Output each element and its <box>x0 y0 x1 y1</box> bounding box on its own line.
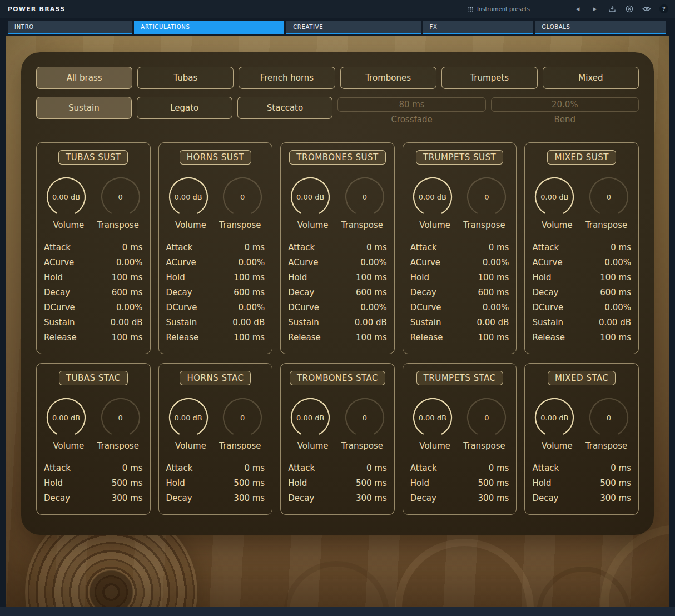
param-sustain[interactable]: Sustain0.00 dB <box>44 315 143 330</box>
param-decay[interactable]: Decay600 ms <box>532 285 631 300</box>
crossfade-slider[interactable]: 80 ms <box>338 97 485 112</box>
volume-knob[interactable]: 0.00 dB <box>167 396 210 439</box>
volume-knob[interactable]: 0.00 dB <box>289 396 331 439</box>
ensemble-tubas-button[interactable]: Tubas <box>137 67 234 89</box>
transpose-knob[interactable]: 0 <box>465 176 508 218</box>
param-name: Decay <box>410 285 436 300</box>
transpose-knob[interactable]: 0 <box>344 396 386 439</box>
bend-slider[interactable]: 20.0% <box>491 97 639 112</box>
ensemble-mixed-button[interactable]: Mixed <box>543 67 639 89</box>
param-value: 600 ms <box>234 285 265 300</box>
param-hold[interactable]: Hold100 ms <box>44 270 143 285</box>
eye-icon[interactable] <box>642 4 651 13</box>
param-attack[interactable]: Attack0 ms <box>44 461 143 476</box>
param-attack[interactable]: Attack0 ms <box>44 240 143 255</box>
transpose-knob[interactable]: 0 <box>344 176 386 218</box>
volume-knob[interactable]: 0.00 dB <box>411 176 454 218</box>
articulation-legato-button[interactable]: Legato <box>137 97 232 119</box>
knob-value: 0 <box>588 176 630 218</box>
param-attack[interactable]: Attack0 ms <box>166 461 265 476</box>
param-dcurve[interactable]: DCurve0.00% <box>410 300 509 315</box>
param-dcurve[interactable]: DCurve0.00% <box>288 300 387 315</box>
transpose-knob[interactable]: 0 <box>588 396 630 439</box>
param-hold[interactable]: Hold500 ms <box>44 476 143 491</box>
param-attack[interactable]: Attack0 ms <box>288 240 387 255</box>
knob-value: 0.00 dB <box>167 176 210 218</box>
param-hold[interactable]: Hold100 ms <box>410 270 509 285</box>
param-decay[interactable]: Decay300 ms <box>288 491 387 506</box>
param-dcurve[interactable]: DCurve0.00% <box>166 300 265 315</box>
param-attack[interactable]: Attack0 ms <box>410 240 509 255</box>
articulation-staccato-button[interactable]: Staccato <box>237 97 333 119</box>
param-release[interactable]: Release100 ms <box>410 330 509 345</box>
param-hold[interactable]: Hold100 ms <box>166 270 265 285</box>
ensemble-french-horns-button[interactable]: French horns <box>239 67 335 89</box>
volume-knob[interactable]: 0.00 dB <box>289 176 331 218</box>
param-hold[interactable]: Hold500 ms <box>166 476 265 491</box>
preset-next-icon[interactable]: ▶ <box>590 4 599 13</box>
param-release[interactable]: Release100 ms <box>288 330 387 345</box>
param-decay[interactable]: Decay300 ms <box>532 491 631 506</box>
instrument-presets-button[interactable]: Instrument presets <box>468 6 530 12</box>
ensemble-trumpets-button[interactable]: Trumpets <box>441 67 538 89</box>
articulation-sustain-button[interactable]: Sustain <box>36 97 132 119</box>
volume-knob[interactable]: 0.00 dB <box>45 176 87 218</box>
transpose-knob[interactable]: 0 <box>100 176 142 218</box>
param-acurve[interactable]: ACurve0.00% <box>44 255 143 270</box>
ensemble-all-brass-button[interactable]: All brass <box>36 67 132 89</box>
param-release[interactable]: Release100 ms <box>532 330 631 345</box>
tab-creative[interactable]: CREATIVE <box>286 21 420 34</box>
volume-knob[interactable]: 0.00 dB <box>533 396 575 439</box>
param-value: 100 ms <box>478 330 509 345</box>
transpose-knob[interactable]: 0 <box>588 176 630 218</box>
preset-prev-icon[interactable]: ◀ <box>573 4 582 13</box>
tab-intro[interactable]: INTRO <box>8 21 132 34</box>
param-decay[interactable]: Decay600 ms <box>166 285 265 300</box>
import-icon[interactable] <box>608 4 617 13</box>
transpose-knob[interactable]: 0 <box>221 396 264 439</box>
param-dcurve[interactable]: DCurve0.00% <box>532 300 631 315</box>
tab-fx[interactable]: FX <box>423 21 533 34</box>
param-release[interactable]: Release100 ms <box>44 330 143 345</box>
param-hold[interactable]: Hold500 ms <box>532 476 631 491</box>
param-hold[interactable]: Hold100 ms <box>288 270 387 285</box>
transpose-knob[interactable]: 0 <box>100 396 142 439</box>
param-decay[interactable]: Decay600 ms <box>288 285 387 300</box>
transpose-knob[interactable]: 0 <box>465 396 508 439</box>
tab-globals[interactable]: GLOBALS <box>535 21 666 34</box>
param-acurve[interactable]: ACurve0.00% <box>166 255 265 270</box>
tab-articulations[interactable]: ARTICULATIONS <box>134 21 284 34</box>
param-sustain[interactable]: Sustain0.00 dB <box>166 315 265 330</box>
param-decay[interactable]: Decay300 ms <box>166 491 265 506</box>
param-decay[interactable]: Decay300 ms <box>44 491 143 506</box>
param-list: Attack0 msACurve0.00%Hold100 msDecay600 … <box>166 240 265 345</box>
param-hold[interactable]: Hold500 ms <box>410 476 509 491</box>
param-acurve[interactable]: ACurve0.00% <box>288 255 387 270</box>
param-name: Decay <box>532 491 558 506</box>
param-sustain[interactable]: Sustain0.00 dB <box>288 315 387 330</box>
param-decay[interactable]: Decay600 ms <box>410 285 509 300</box>
param-hold[interactable]: Hold100 ms <box>532 270 631 285</box>
param-attack[interactable]: Attack0 ms <box>288 461 387 476</box>
volume-knob[interactable]: 0.00 dB <box>167 176 210 218</box>
param-acurve[interactable]: ACurve0.00% <box>532 255 631 270</box>
param-attack[interactable]: Attack0 ms <box>166 240 265 255</box>
param-sustain[interactable]: Sustain0.00 dB <box>410 315 509 330</box>
volume-knob[interactable]: 0.00 dB <box>45 396 87 439</box>
param-dcurve[interactable]: DCurve0.00% <box>44 300 143 315</box>
param-hold[interactable]: Hold500 ms <box>288 476 387 491</box>
volume-knob[interactable]: 0.00 dB <box>533 176 575 218</box>
volume-knob[interactable]: 0.00 dB <box>411 396 454 439</box>
param-attack[interactable]: Attack0 ms <box>410 461 509 476</box>
param-attack[interactable]: Attack0 ms <box>532 461 631 476</box>
param-attack[interactable]: Attack0 ms <box>532 240 631 255</box>
param-decay[interactable]: Decay600 ms <box>44 285 143 300</box>
param-sustain[interactable]: Sustain0.00 dB <box>532 315 631 330</box>
help-icon[interactable]: ? <box>659 4 668 13</box>
param-acurve[interactable]: ACurve0.00% <box>410 255 509 270</box>
ensemble-trombones-button[interactable]: Trombones <box>340 67 436 89</box>
param-decay[interactable]: Decay300 ms <box>410 491 509 506</box>
param-release[interactable]: Release100 ms <box>166 330 265 345</box>
panic-icon[interactable] <box>625 4 634 13</box>
transpose-knob[interactable]: 0 <box>221 176 264 218</box>
